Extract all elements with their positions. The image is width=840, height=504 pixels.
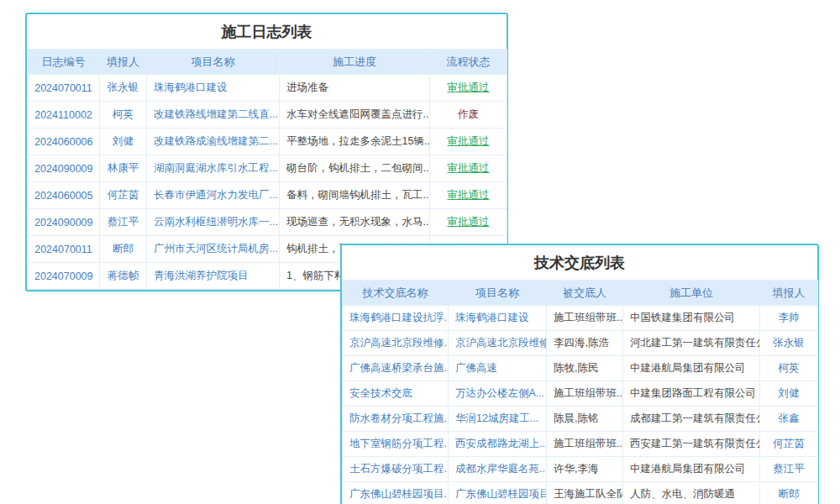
tech-reporter-cell[interactable]: 刘健 [760, 381, 818, 407]
log-table-row[interactable]: 2024110002 柯英 改建铁路线增建第二线直... 水车对全线遮阳网覆盖点… [28, 102, 507, 129]
tech-name-link[interactable]: 广佛高速桥梁承台施... [343, 356, 449, 381]
log-id-cell[interactable]: 2024090009 [28, 155, 100, 182]
log-header-project: 项目名称 [147, 50, 280, 75]
tech-person-cell: 许华,李海 [547, 457, 623, 482]
log-id-cell[interactable]: 2024070009 [28, 263, 100, 290]
tech-project-link[interactable]: 京沪高速北京段维修 [449, 331, 547, 356]
log-project-link[interactable]: 珠海鹤港口建设 [147, 75, 280, 102]
tech-reporter-cell[interactable]: 断郎 [760, 482, 818, 504]
tech-table-row[interactable]: 土石方爆破分项工程... 成都水岸华庭名苑... 许华,李海 中建港航局集团有限… [343, 457, 818, 482]
tech-name-link[interactable]: 广东佛山碧桂园项目... [343, 482, 449, 504]
log-id-cell[interactable]: 2024070011 [28, 75, 100, 102]
log-header-id: 日志编号 [28, 50, 100, 75]
log-project-link[interactable]: 长春市伊通河水力发电厂... [147, 182, 280, 209]
tech-name-link[interactable]: 地下室钢筋分项工程... [343, 432, 449, 457]
tech-reporter-cell[interactable]: 柯英 [760, 356, 818, 381]
tech-project-link[interactable]: 万达办公楼左侧A... [449, 381, 547, 407]
log-project-link[interactable]: 改建铁路线增建第二线直... [147, 102, 280, 129]
log-progress-cell: 水车对全线遮阳网覆盖点进行... [280, 102, 430, 129]
tech-header-reporter: 填报人 [760, 281, 818, 306]
tech-unit-cell: 中建港航局集团有限公司 [623, 457, 760, 482]
tech-unit-cell: 中国铁建集团有限公司 [623, 306, 760, 331]
tech-disclosure-title: 技术交底列表 [342, 245, 817, 280]
tech-header-person: 被交底人 [547, 281, 623, 306]
log-reporter-cell[interactable]: 断郎 [100, 236, 147, 263]
log-header-reporter: 填报人 [100, 50, 147, 75]
tech-header-name: 技术交底名称 [343, 281, 449, 306]
tech-disclosure-panel: 技术交底列表 技术交底名称 项目名称 被交底人 施工单位 填报人 珠海鹤港口建设… [340, 244, 819, 504]
log-status-badge[interactable]: 作废 [430, 102, 507, 129]
log-status-badge[interactable]: 审批通过 [430, 129, 507, 155]
log-table-row[interactable]: 2024070011 张永银 珠海鹤港口建设 进场准备 审批通过 [28, 75, 507, 102]
tech-table-row[interactable]: 地下室钢筋分项工程... 西安成都路龙湖上... 施工班组带班... 西安建工第… [343, 432, 818, 457]
log-reporter-cell[interactable]: 张永银 [100, 75, 147, 102]
tech-table-row[interactable]: 京沪高速北京段维修... 京沪高速北京段维修 李四海,陈浩 河北建工第一建筑有限… [343, 331, 818, 356]
log-reporter-cell[interactable]: 蒋德帧 [100, 263, 147, 290]
log-table-row[interactable]: 2024060005 何芷茵 长春市伊通河水力发电厂... 备料，砌间墙钩机排土… [28, 182, 507, 209]
tech-table-row[interactable]: 珠海鹤港口建设抗浮... 珠海鹤港口建设 施工班组带班... 中国铁建集团有限公… [343, 306, 818, 331]
tech-reporter-cell[interactable]: 何芷茵 [760, 432, 818, 457]
tech-person-cell: 陈晨,陈铭 [547, 407, 623, 432]
tech-name-link[interactable]: 京沪高速北京段维修... [343, 331, 449, 356]
tech-header-project: 项目名称 [449, 281, 547, 306]
log-progress-cell: 备料，砌间墙钩机排土，瓦工... [280, 182, 430, 209]
log-reporter-cell[interactable]: 林康平 [100, 155, 147, 182]
tech-project-link[interactable]: 华润12城房建工... [449, 407, 547, 432]
tech-reporter-cell[interactable]: 蔡江平 [760, 457, 818, 482]
log-project-link[interactable]: 云南水利枢纽潜明水库一... [147, 209, 280, 236]
tech-name-link[interactable]: 安全技术交底 [343, 381, 449, 407]
tech-project-link[interactable]: 珠海鹤港口建设 [449, 306, 547, 331]
log-status-badge[interactable]: 审批通过 [430, 209, 507, 236]
tech-header-row: 技术交底名称 项目名称 被交底人 施工单位 填报人 [343, 281, 818, 306]
log-project-link[interactable]: 青海洪湖养护院项目 [147, 263, 280, 290]
tech-table-row[interactable]: 广东佛山碧桂园项目... 广东佛山碧桂园项目 王海施工队全队 人防、水电、消防暖… [343, 482, 818, 504]
tech-name-link[interactable]: 防水卷材分项工程施... [343, 407, 449, 432]
tech-name-link[interactable]: 珠海鹤港口建设抗浮... [343, 306, 449, 331]
log-progress-cell: 进场准备 [280, 75, 430, 102]
tech-person-cell: 施工班组带班... [547, 306, 623, 331]
log-reporter-cell[interactable]: 何芷茵 [100, 182, 147, 209]
log-reporter-cell[interactable]: 蔡江平 [100, 209, 147, 236]
log-reporter-cell[interactable]: 柯英 [100, 102, 147, 129]
log-status-badge[interactable]: 审批通过 [430, 75, 507, 102]
log-id-cell[interactable]: 2024090009 [28, 209, 100, 236]
tech-reporter-cell[interactable]: 张永银 [760, 331, 818, 356]
tech-disclosure-table: 技术交底名称 项目名称 被交底人 施工单位 填报人 珠海鹤港口建设抗浮... 珠… [342, 280, 818, 504]
tech-project-link[interactable]: 广东佛山碧桂园项目 [449, 482, 547, 504]
log-table-row[interactable]: 2024090009 林康平 湖南洞庭湖水库引水工程... 砌台阶，钩机排土，二… [28, 155, 507, 182]
log-id-cell[interactable]: 2024060006 [28, 129, 100, 155]
log-status-badge[interactable]: 审批通过 [430, 182, 507, 209]
tech-reporter-cell[interactable]: 李帅 [760, 306, 818, 331]
log-reporter-cell[interactable]: 刘健 [100, 129, 147, 155]
tech-project-link[interactable]: 广佛高速 [449, 356, 547, 381]
tech-unit-cell: 中建港航局集团有限公司 [623, 356, 760, 381]
log-progress-cell: 平整场地，拉走多余泥土15辆... [280, 129, 430, 155]
log-id-cell[interactable]: 2024060005 [28, 182, 100, 209]
log-project-link[interactable]: 广州市天河区统计局机房... [147, 236, 280, 263]
log-id-cell[interactable]: 2024110002 [28, 102, 100, 129]
construction-log-title: 施工日志列表 [27, 14, 507, 49]
tech-project-link[interactable]: 成都水岸华庭名苑... [449, 457, 547, 482]
tech-person-cell: 李四海,陈浩 [547, 331, 623, 356]
log-table-row[interactable]: 2024060006 刘健 改建铁路成渝线增建第二... 平整场地，拉走多余泥土… [28, 129, 507, 155]
tech-name-link[interactable]: 土石方爆破分项工程... [343, 457, 449, 482]
log-progress-cell: 砌台阶，钩机排土，二包砌间... [280, 155, 430, 182]
tech-table-row[interactable]: 广佛高速桥梁承台施... 广佛高速 陈牧,陈民 中建港航局集团有限公司 柯英 [343, 356, 818, 381]
tech-table-row[interactable]: 安全技术交底 万达办公楼左侧A... 施工班组带班... 中建集团路面工程有限公… [343, 381, 818, 407]
tech-table-body: 珠海鹤港口建设抗浮... 珠海鹤港口建设 施工班组带班... 中国铁建集团有限公… [343, 306, 818, 504]
log-status-badge[interactable]: 审批通过 [430, 155, 507, 182]
tech-reporter-cell[interactable]: 张鑫 [760, 407, 818, 432]
log-id-cell[interactable]: 2024070011 [28, 236, 100, 263]
tech-project-link[interactable]: 西安成都路龙湖上... [449, 432, 547, 457]
tech-person-cell: 施工班组带班... [547, 381, 623, 407]
log-project-link[interactable]: 改建铁路成渝线增建第二... [147, 129, 280, 155]
tech-unit-cell: 中建集团路面工程有限公司 [623, 381, 760, 407]
log-table-row[interactable]: 2024090009 蔡江平 云南水利枢纽潜明水库一... 现场巡查，无积水现象… [28, 209, 507, 236]
tech-table-row[interactable]: 防水卷材分项工程施... 华润12城房建工... 陈晨,陈铭 成都建工第一建筑有… [343, 407, 818, 432]
log-project-link[interactable]: 湖南洞庭湖水库引水工程... [147, 155, 280, 182]
tech-unit-cell: 人防、水电、消防暖通 [623, 482, 760, 504]
tech-person-cell: 施工班组带班... [547, 432, 623, 457]
tech-unit-cell: 河北建工第一建筑有限责任公司 [623, 331, 760, 356]
log-header-status: 流程状态 [430, 50, 507, 75]
log-header-row: 日志编号 填报人 项目名称 施工进度 流程状态 [28, 50, 507, 75]
